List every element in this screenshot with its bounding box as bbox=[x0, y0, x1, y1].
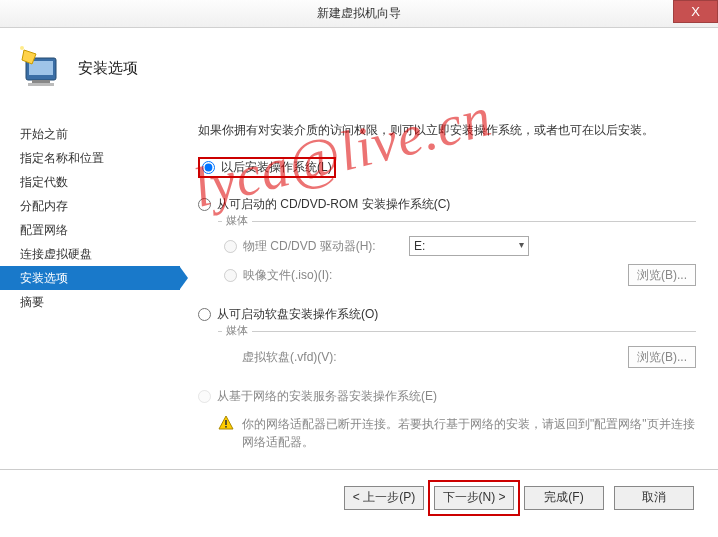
sidebar-item-vhd[interactable]: 连接虚拟硬盘 bbox=[0, 242, 180, 266]
sidebar-item-memory[interactable]: 分配内存 bbox=[0, 194, 180, 218]
wizard-icon bbox=[18, 44, 66, 92]
radio-iso bbox=[224, 269, 237, 282]
wizard-footer: < 上一步(P) 下一步(N) > 完成(F) 取消 bbox=[0, 469, 718, 525]
svg-rect-8 bbox=[225, 426, 227, 428]
drive-combo: E: bbox=[409, 236, 529, 256]
label-physical-cd: 物理 CD/DVD 驱动器(H): bbox=[243, 238, 403, 255]
vfd-row: 虚拟软盘(.vfd)(V): 浏览(B)... bbox=[218, 342, 696, 372]
label-vfd: 虚拟软盘(.vfd)(V): bbox=[242, 349, 402, 366]
option-install-floppy[interactable]: 从可启动软盘安装操作系统(O) bbox=[198, 304, 696, 325]
floppy-media-group: 媒体 虚拟软盘(.vfd)(V): 浏览(B)... bbox=[218, 331, 696, 376]
description-text: 如果你拥有对安装介质的访问权限，则可以立即安装操作系统，或者也可在以后安装。 bbox=[198, 122, 696, 139]
next-button[interactable]: 下一步(N) > bbox=[434, 486, 514, 510]
svg-rect-7 bbox=[225, 420, 227, 425]
svg-rect-3 bbox=[28, 83, 54, 86]
option-install-later[interactable]: 以后安装操作系统(L) bbox=[198, 157, 336, 178]
radio-physical-cd bbox=[224, 240, 237, 253]
network-warning: 你的网络适配器已断开连接。若要执行基于网络的安装，请返回到"配置网络"页并连接网… bbox=[198, 411, 696, 451]
window-title: 新建虚拟机向导 bbox=[317, 5, 401, 22]
label-iso: 映像文件(.iso)(I): bbox=[243, 267, 403, 284]
label-install-later: 以后安装操作系统(L) bbox=[221, 159, 332, 176]
sidebar: 开始之前 指定名称和位置 指定代数 分配内存 配置网络 连接虚拟硬盘 安装选项 … bbox=[0, 108, 180, 450]
floppy-media-group-label: 媒体 bbox=[222, 323, 252, 338]
main-panel: 如果你拥有对安装介质的访问权限，则可以立即安装操作系统，或者也可在以后安装。 以… bbox=[180, 108, 718, 450]
back-button[interactable]: < 上一步(P) bbox=[344, 486, 424, 510]
titlebar: 新建虚拟机向导 X bbox=[0, 0, 718, 28]
close-button[interactable]: X bbox=[673, 0, 718, 23]
sidebar-item-before-you-begin[interactable]: 开始之前 bbox=[0, 122, 180, 146]
sidebar-item-install-options[interactable]: 安装选项 bbox=[0, 266, 180, 290]
browse-vfd-button: 浏览(B)... bbox=[628, 346, 696, 368]
warning-icon bbox=[218, 415, 234, 431]
label-install-floppy: 从可启动软盘安装操作系统(O) bbox=[217, 306, 378, 323]
cd-media-group-label: 媒体 bbox=[222, 213, 252, 228]
warning-text: 你的网络适配器已断开连接。若要执行基于网络的安装，请返回到"配置网络"页并连接网… bbox=[242, 415, 696, 451]
option-install-cd[interactable]: 从可启动的 CD/DVD-ROM 安装操作系统(C) bbox=[198, 194, 696, 215]
finish-button[interactable]: 完成(F) bbox=[524, 486, 604, 510]
browse-iso-button: 浏览(B)... bbox=[628, 264, 696, 286]
wizard-header: 安装选项 bbox=[0, 28, 718, 108]
cd-media-group: 媒体 物理 CD/DVD 驱动器(H): E: 映像文件(.iso)(I): 浏… bbox=[218, 221, 696, 294]
radio-install-cd[interactable] bbox=[198, 198, 211, 211]
svg-point-5 bbox=[20, 46, 24, 50]
radio-install-network bbox=[198, 390, 211, 403]
label-install-network: 从基于网络的安装服务器安装操作系统(E) bbox=[217, 388, 437, 405]
iso-row: 映像文件(.iso)(I): 浏览(B)... bbox=[218, 260, 696, 290]
label-install-cd: 从可启动的 CD/DVD-ROM 安装操作系统(C) bbox=[217, 196, 450, 213]
svg-rect-2 bbox=[32, 80, 50, 83]
page-title: 安装选项 bbox=[78, 59, 138, 78]
cancel-button[interactable]: 取消 bbox=[614, 486, 694, 510]
option-install-network: 从基于网络的安装服务器安装操作系统(E) bbox=[198, 386, 696, 407]
radio-install-later[interactable] bbox=[202, 161, 215, 174]
sidebar-item-generation[interactable]: 指定代数 bbox=[0, 170, 180, 194]
wizard-body: 开始之前 指定名称和位置 指定代数 分配内存 配置网络 连接虚拟硬盘 安装选项 … bbox=[0, 108, 718, 450]
sidebar-item-summary[interactable]: 摘要 bbox=[0, 290, 180, 314]
physical-cd-row: 物理 CD/DVD 驱动器(H): E: bbox=[218, 232, 696, 260]
sidebar-item-network[interactable]: 配置网络 bbox=[0, 218, 180, 242]
sidebar-item-name-location[interactable]: 指定名称和位置 bbox=[0, 146, 180, 170]
radio-install-floppy[interactable] bbox=[198, 308, 211, 321]
